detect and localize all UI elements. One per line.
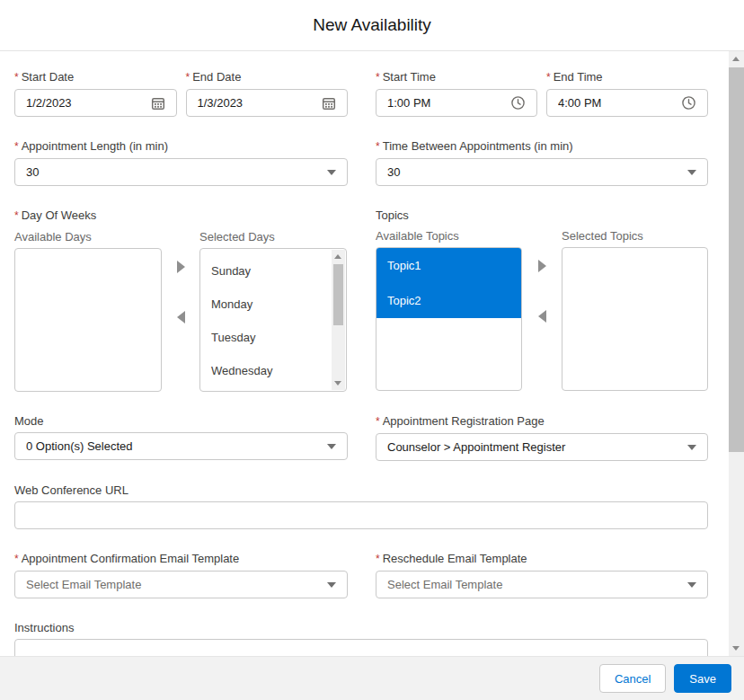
form-content: *Start Date 1/2/2023 [14,69,708,656]
required-asterisk: * [376,415,380,428]
field-end-date: *End Date 1/3/2023 [186,69,349,117]
confirmation-template-select[interactable]: Select Email Template [14,571,348,598]
modal-scrollbar[interactable] [729,51,744,656]
reschedule-template-placeholder: Select Email Template [387,578,687,591]
row-dual-lists: *Day Of Weeks Available Days Selected Da… [14,208,708,392]
time-between-label: *Time Between Appointments (in min) [376,138,708,155]
end-time-input[interactable]: 4:00 PM [546,89,708,117]
time-between-select[interactable]: 30 [376,158,708,186]
registration-page-value: Counselor > Appointment Register [387,440,687,454]
chevron-down-icon [687,170,696,175]
field-end-time: *End Time 4:00 PM [546,69,708,117]
appointment-length-label: *Appointment Length (in min) [14,138,348,155]
clock-icon[interactable] [681,95,696,111]
field-web-conference-url: Web Conference URL [14,483,708,529]
field-registration-page: *Appointment Registration Page Counselor… [376,413,708,461]
required-asterisk: * [376,71,380,84]
modal-header: New Availability [0,0,744,51]
row-email-templates: *Appointment Confirmation Email Template… [14,551,708,598]
required-asterisk: * [14,553,19,565]
available-topics-label: Available Topics [376,228,522,244]
selected-days-label: Selected Days [199,229,347,244]
modal-body: *Start Date 1/2/2023 [0,51,744,656]
mode-label: Mode [14,413,348,429]
start-date-value: 1/2/2023 [26,96,151,110]
move-right-arrow-icon[interactable] [177,261,185,273]
down-arrow-icon[interactable] [334,381,341,385]
time-between-value: 30 [387,165,687,179]
instructions-input[interactable] [14,639,708,656]
selected-days-scrollbar[interactable] [332,250,345,390]
field-reschedule-template: *Reschedule Email Template Select Email … [376,551,708,598]
required-asterisk: * [14,71,19,84]
field-appointment-length: *Appointment Length (in min) 30 [14,138,348,186]
required-asterisk: * [14,209,19,222]
start-date-label: *Start Date [14,69,177,85]
field-day-of-weeks: *Day Of Weeks Available Days Selected Da… [14,208,348,392]
up-arrow-icon[interactable] [334,254,341,259]
end-time-value: 4:00 PM [558,96,681,110]
required-asterisk: * [376,140,380,153]
field-time-between: *Time Between Appointments (in min) 30 [376,138,708,186]
list-item-day[interactable]: Wednesday [200,354,332,387]
available-topics-listbox[interactable]: Topic1 Topic2 [376,247,522,391]
mode-value: 0 Option(s) Selected [26,439,327,453]
list-item-topic-selected[interactable]: Topic2 [376,283,521,318]
calendar-icon[interactable] [151,96,165,111]
mode-select[interactable]: 0 Option(s) Selected [14,432,348,460]
end-date-value: 1/3/2023 [198,96,323,110]
end-date-input[interactable]: 1/3/2023 [186,89,349,117]
list-item-topic-selected[interactable]: Topic1 [376,248,521,283]
field-start-time: *Start Time 1:00 PM [376,69,537,117]
topics-move-buttons [522,247,562,391]
field-mode: Mode 0 Option(s) Selected [14,413,348,461]
start-time-input[interactable]: 1:00 PM [376,89,537,117]
confirmation-template-placeholder: Select Email Template [26,578,327,591]
clock-icon[interactable] [510,95,526,111]
scrollbar-thumb[interactable] [729,67,744,452]
web-conference-url-input[interactable] [14,501,708,529]
page-title: New Availability [313,15,431,35]
move-left-arrow-icon[interactable] [538,310,546,323]
day-of-weeks-move-buttons [162,248,199,392]
available-days-listbox[interactable] [14,248,162,392]
move-left-arrow-icon[interactable] [177,311,185,323]
down-arrow-icon[interactable] [732,646,740,651]
calendar-icon[interactable] [322,96,336,111]
selected-days-listbox[interactable]: Sunday Monday Tuesday Wednesday [199,248,347,392]
end-date-label: *End Date [186,69,349,85]
save-button[interactable]: Save [674,664,731,693]
new-availability-modal: New Availability *Start Date 1/2/2023 [0,0,744,700]
required-asterisk: * [546,71,551,84]
available-days-label: Available Days [14,229,162,244]
required-asterisk: * [14,140,19,153]
appointment-length-value: 30 [26,165,327,179]
required-asterisk: * [186,71,190,84]
selected-topics-label: Selected Topics [562,228,708,244]
reschedule-template-select[interactable]: Select Email Template [376,571,708,598]
cancel-button[interactable]: Cancel [599,664,666,693]
list-item-day[interactable]: Sunday [200,254,332,288]
chevron-down-icon [327,170,336,175]
field-instructions: Instructions [14,620,708,656]
up-arrow-icon[interactable] [732,57,740,61]
chevron-down-icon [327,582,336,588]
row-mode-registration: Mode 0 Option(s) Selected *Appointment R… [14,413,708,461]
chevron-down-icon [327,444,336,449]
field-confirmation-template: *Appointment Confirmation Email Template… [14,551,348,598]
list-item-day[interactable]: Monday [200,288,332,321]
move-right-arrow-icon[interactable] [538,260,546,272]
start-date-input[interactable]: 1/2/2023 [14,89,177,117]
selected-topics-listbox[interactable] [562,247,708,391]
appointment-length-select[interactable]: 30 [14,158,348,186]
registration-page-select[interactable]: Counselor > Appointment Register [376,433,708,461]
chevron-down-icon [687,445,696,450]
web-conference-url-label: Web Conference URL [14,483,708,498]
scrollbar-thumb[interactable] [333,264,343,325]
modal-footer: Cancel Save [0,656,744,700]
field-topics: Topics Available Topics Selected Topics … [376,208,708,392]
row-dates-times: *Start Date 1/2/2023 [14,69,708,117]
start-time-label: *Start Time [376,69,537,85]
list-item-day[interactable]: Tuesday [200,321,332,354]
required-asterisk: * [376,553,380,565]
